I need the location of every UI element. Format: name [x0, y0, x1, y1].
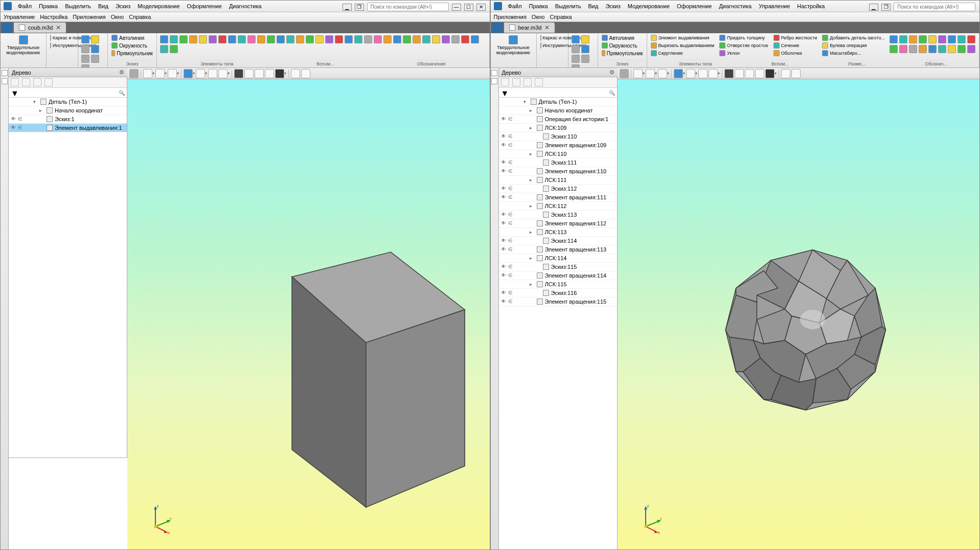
member-icon[interactable]: ∈ — [508, 186, 514, 192]
member-icon[interactable]: ∈ — [18, 125, 24, 131]
revolve-icon[interactable] — [170, 35, 178, 43]
member-icon[interactable]: ∈ — [508, 212, 514, 218]
tree-mode3-icon[interactable] — [523, 78, 532, 86]
tool-icon[interactable] — [345, 35, 353, 43]
section-icon[interactable] — [234, 69, 243, 78]
tab-close-icon[interactable]: ✕ — [544, 24, 550, 31]
shell-button[interactable]: Оболочка — [772, 50, 819, 57]
menu-file[interactable]: Файл — [507, 2, 523, 10]
tool-icon[interactable] — [919, 45, 927, 53]
tool-icon[interactable] — [315, 35, 324, 43]
tree-row[interactable]: 👁∈Эскиз:111 — [499, 158, 617, 167]
tool-icon[interactable] — [967, 45, 975, 53]
tree-row[interactable]: 👁∈Элемент вращения:111 — [499, 193, 617, 202]
tree-row[interactable]: 👁∈Эскиз:113 — [499, 211, 617, 219]
inner-restore-icon[interactable]: ❐ — [355, 4, 364, 11]
tree-row[interactable]: ▸ЛСК:114 — [499, 254, 617, 263]
tree-row[interactable]: 👁∈Эскиз:116 — [499, 289, 617, 297]
member-icon[interactable]: ∈ — [508, 159, 514, 166]
tree-row[interactable]: ▸ЛСК:111 — [499, 176, 617, 185]
tree-row[interactable]: ▸Начало координат — [9, 106, 127, 115]
tree-row[interactable]: ▸ЛСК:109 — [499, 124, 617, 132]
tool-icon[interactable] — [325, 35, 333, 43]
undo-icon[interactable] — [581, 55, 589, 63]
member-icon[interactable]: ∈ — [508, 272, 514, 279]
expand-icon[interactable]: ▸ — [530, 125, 535, 130]
tool-icon[interactable] — [296, 35, 304, 43]
persp-icon[interactable] — [208, 69, 217, 78]
expand-icon[interactable]: ▸ — [530, 108, 535, 113]
tree-row[interactable]: 👁∈Элемент вращения:109 — [499, 141, 617, 150]
bool-button[interactable]: Булева операция — [821, 42, 886, 49]
undo-icon[interactable] — [91, 55, 99, 63]
tool-icon[interactable] — [890, 45, 898, 53]
tool-icon[interactable] — [374, 35, 382, 43]
tool-icon[interactable] — [909, 35, 917, 43]
tree-row[interactable]: 👁∈Элемент вращения:113 — [499, 245, 617, 254]
tool-icon[interactable] — [948, 35, 956, 43]
wireframe-button[interactable]: Каркас и поверхности — [49, 34, 76, 41]
clip-icon[interactable] — [735, 69, 744, 78]
expand-icon[interactable]: ▸ — [530, 203, 535, 209]
tool-icon[interactable] — [967, 35, 975, 43]
tool-icon[interactable] — [928, 35, 937, 43]
menu-modeling[interactable]: Моделирование — [136, 2, 180, 10]
expand-icon[interactable]: ▸ — [530, 256, 535, 261]
menu-select[interactable]: Выделить — [554, 2, 582, 10]
menu-sketch[interactable]: Эскиз — [115, 2, 131, 10]
member-icon[interactable]: ∈ — [508, 116, 514, 122]
home-icon[interactable] — [2, 22, 12, 33]
tree-row[interactable]: ▾Деталь (Тел-1) — [499, 98, 617, 106]
command-search-input[interactable] — [894, 3, 975, 11]
visibility-icon[interactable]: 👁 — [501, 272, 507, 279]
tool-icon[interactable] — [383, 35, 392, 43]
autoline-button[interactable]: Автолиния — [600, 34, 645, 41]
inner-minimize-icon[interactable]: ▁ — [869, 4, 878, 11]
circle-button[interactable]: Окружность — [110, 42, 154, 49]
view-icon[interactable] — [196, 69, 205, 78]
visibility-icon[interactable]: 👁 — [501, 212, 507, 218]
orient-icon[interactable] — [709, 69, 718, 78]
close-button[interactable]: ✕ — [476, 4, 486, 11]
more-icon[interactable] — [81, 45, 89, 53]
fillet-icon[interactable] — [238, 35, 246, 43]
layers-icon[interactable] — [755, 69, 764, 78]
member-icon[interactable]: ∈ — [508, 133, 514, 140]
stop-icon[interactable] — [291, 69, 300, 78]
tool-icon[interactable] — [422, 35, 430, 43]
more-icon[interactable] — [572, 45, 580, 53]
tool-icon[interactable] — [442, 35, 450, 43]
hide-icon[interactable] — [255, 69, 264, 78]
layers-icon[interactable] — [265, 69, 274, 78]
tool-icon[interactable] — [928, 45, 937, 53]
funnel-icon[interactable]: ▼ — [11, 89, 18, 96]
menu-view[interactable]: Вид — [97, 2, 109, 10]
tool-icon[interactable] — [938, 45, 946, 53]
inner-minimize-icon[interactable]: ▁ — [343, 4, 352, 11]
autoline-button[interactable]: Автолиния — [110, 34, 154, 41]
tree-row[interactable]: ▸ЛСК:113 — [499, 228, 617, 237]
tree-search-input[interactable] — [510, 90, 607, 96]
sketch-tools-button[interactable]: Инструменты эскиза — [539, 42, 566, 49]
tree-row[interactable]: ▾Деталь (Тел-1) — [9, 98, 127, 106]
cut-button[interactable]: Вырезать выдавливанием — [649, 42, 716, 49]
tool-icon[interactable] — [160, 45, 168, 53]
hole-button[interactable]: Отверстие простое — [718, 42, 769, 49]
member-icon[interactable]: ∈ — [508, 246, 514, 253]
shell-icon[interactable] — [257, 35, 265, 43]
filter-icon[interactable] — [765, 69, 774, 78]
member-icon[interactable]: ∈ — [508, 142, 514, 148]
visibility-icon[interactable]: 👁 — [501, 186, 507, 192]
command-search-input[interactable] — [367, 3, 449, 11]
tool-icon[interactable] — [909, 45, 917, 53]
member-icon[interactable]: ∈ — [508, 194, 514, 200]
clip-icon[interactable] — [244, 69, 254, 78]
tool-icon[interactable] — [364, 35, 372, 43]
thicken-button[interactable]: Придать толщину — [718, 34, 769, 41]
tree-row[interactable]: ▸Начало координат — [499, 106, 617, 115]
tree-mode-icon[interactable] — [501, 78, 509, 86]
cut-icon[interactable] — [218, 35, 226, 43]
rotate-icon[interactable] — [658, 69, 667, 78]
menu-apps[interactable]: Приложения — [73, 14, 105, 20]
menu-apps[interactable]: Приложения — [494, 14, 527, 20]
